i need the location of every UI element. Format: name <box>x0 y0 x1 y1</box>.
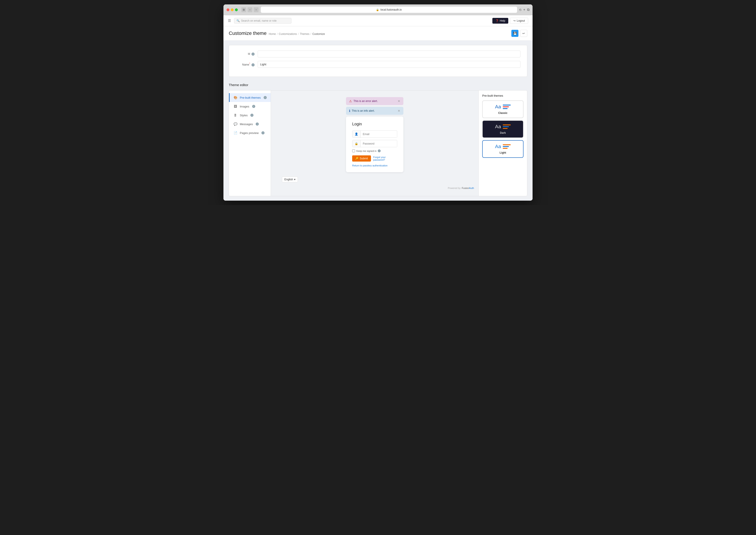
page-title-actions: 💾 ↩ <box>511 30 527 37</box>
dark-preview-art: Aa <box>486 124 520 129</box>
classic-line-3 <box>503 108 508 109</box>
error-alert-text: This is an error alert. <box>354 99 378 103</box>
theme-option-light[interactable]: Aa Light <box>482 140 524 158</box>
dark-line-2 <box>503 126 509 127</box>
save-button[interactable]: 💾 <box>511 30 518 37</box>
url-text: local.fusionauth.io <box>380 8 402 11</box>
theme-option-dark[interactable]: Aa Dark <box>482 120 524 138</box>
email-input[interactable] <box>361 131 397 137</box>
light-lines <box>503 144 511 149</box>
theme-sidebar: 🎨 Pre-built themes i 🖼 Images i 🎛 Styles <box>229 91 271 196</box>
header-right: ❓ Help ↪ Logout <box>492 18 528 24</box>
back-to-list-button[interactable]: ↩ <box>520 30 527 37</box>
page-title-left: Customize theme Home / Customizations / … <box>229 30 325 36</box>
keep-signed-checkbox[interactable] <box>352 150 355 152</box>
address-bar[interactable]: 🔒 local.fusionauth.io <box>261 7 517 13</box>
sidebar-item-styles[interactable]: 🎛 Styles i <box>229 111 271 120</box>
fusionauth-logo: FusionAuth <box>462 187 474 189</box>
info-icon: ℹ <box>349 109 350 113</box>
forward-button[interactable]: › <box>254 7 259 12</box>
images-icon: 🖼 <box>233 104 238 109</box>
language-value: English <box>284 178 293 181</box>
info-alert-text: This is an info alert. <box>352 109 375 112</box>
breadcrumb-sep-2: / <box>298 32 299 36</box>
form-card: Id i Name* i <box>229 45 527 77</box>
name-info-icon: i <box>251 63 254 67</box>
section-title: Theme editor <box>229 81 527 87</box>
info-alert: ℹ This is an info alert. ✕ <box>346 107 403 115</box>
help-icon: ❓ <box>495 19 499 22</box>
forgot-password-link[interactable]: Forgot your password? <box>373 156 397 161</box>
dark-lines <box>503 125 511 129</box>
newtab-icon[interactable]: + <box>523 8 525 12</box>
messages-label: Messages <box>240 123 253 126</box>
classic-line-1 <box>503 105 511 105</box>
close-button[interactable] <box>226 8 229 11</box>
share-icon[interactable]: ⎋ <box>519 8 521 12</box>
logout-button[interactable]: ↪ Logout <box>510 18 528 24</box>
name-label: Name* i <box>236 63 258 67</box>
fullscreen-button[interactable] <box>235 8 238 11</box>
info-alert-left: ℹ This is an info alert. <box>349 109 375 113</box>
login-actions: 🔑 Submit Forgot your password? <box>352 155 397 161</box>
theme-editor: 🎨 Pre-built themes i 🖼 Images i 🎛 Styles <box>229 90 527 196</box>
pages-info-icon: i <box>261 131 265 134</box>
classic-letters: Aa <box>495 104 501 110</box>
hamburger-menu[interactable]: ☰ <box>228 18 231 23</box>
light-line-1 <box>503 144 511 145</box>
logout-label: Logout <box>517 19 525 22</box>
dark-line-3 <box>503 128 508 129</box>
sidebar-item-prebuilt[interactable]: 🎨 Pre-built themes i <box>229 93 271 102</box>
back-button[interactable]: ‹ <box>247 7 252 12</box>
prebuilt-icon: 🎨 <box>233 95 238 100</box>
password-input[interactable] <box>361 140 397 147</box>
help-button[interactable]: ❓ Help <box>492 18 509 24</box>
search-placeholder: Search on email, name or role <box>241 19 276 22</box>
sidebar-item-images[interactable]: 🖼 Images i <box>229 102 271 111</box>
prebuilt-label: Pre-built themes <box>240 96 261 99</box>
error-close-icon[interactable]: ✕ <box>398 99 400 103</box>
error-alert: ⚠ This is an error alert. ✕ <box>346 97 403 105</box>
prebuilt-info-icon: i <box>264 96 267 99</box>
app-shell: ☰ 🔍 Search on email, name or role ❓ Help… <box>223 15 533 201</box>
logout-icon: ↪ <box>513 19 515 22</box>
breadcrumb-themes[interactable]: Themes <box>300 32 309 36</box>
submit-button[interactable]: 🔑 Submit <box>352 155 371 161</box>
classic-lines <box>503 105 511 109</box>
id-row: Id i <box>236 50 520 57</box>
breadcrumb-customizations[interactable]: Customizations <box>279 32 297 36</box>
breadcrumb-current: Customize <box>312 32 325 36</box>
info-close-icon[interactable]: ✕ <box>398 109 400 113</box>
sidebar-item-pages[interactable]: 📄 Pages preview i <box>229 128 271 137</box>
page-title-bar: Customize theme Home / Customizations / … <box>223 26 533 41</box>
tabs-icon[interactable]: ⧉ <box>527 8 530 12</box>
breadcrumb-sep-1: / <box>277 32 277 36</box>
sidebar-toggle[interactable]: ⊞ <box>241 7 246 12</box>
classic-line-2 <box>503 106 509 107</box>
breadcrumb-home[interactable]: Home <box>269 32 276 36</box>
passkey-link[interactable]: Return to passkey authentication <box>352 164 397 167</box>
styles-icon: 🎛 <box>233 113 238 117</box>
id-input[interactable] <box>258 50 520 57</box>
preview-footer: Powered by FusionAuth <box>448 182 474 189</box>
email-icon: 👤 <box>352 131 361 137</box>
browser-titlebar: ⊞ ‹ › 🔒 local.fusionauth.io ⎋ + ⧉ <box>223 4 533 15</box>
help-label: Help <box>500 19 506 22</box>
language-dropdown[interactable]: English ▾ <box>282 177 298 182</box>
password-icon: 🔒 <box>352 140 361 147</box>
sidebar-item-messages[interactable]: 💬 Messages i <box>229 120 271 128</box>
name-input[interactable] <box>258 61 520 68</box>
dark-name: Dark <box>486 131 520 134</box>
keep-signed-label: Keep me signed in <box>356 150 376 152</box>
browser-nav: ⊞ ‹ › <box>241 7 259 12</box>
styles-info-icon: i <box>250 114 253 117</box>
breadcrumb: Home / Customizations / Themes / Customi… <box>269 32 325 36</box>
classic-preview-art: Aa <box>486 104 520 110</box>
search-bar[interactable]: 🔍 Search on email, name or role <box>234 18 291 24</box>
id-label: Id i <box>236 52 258 56</box>
images-label: Images <box>240 105 249 108</box>
minimize-button[interactable] <box>231 8 234 11</box>
breadcrumb-sep-3: / <box>310 32 311 36</box>
theme-option-classic[interactable]: Aa Classic <box>482 100 524 118</box>
keep-signed-row: Keep me signed in i <box>352 150 397 152</box>
